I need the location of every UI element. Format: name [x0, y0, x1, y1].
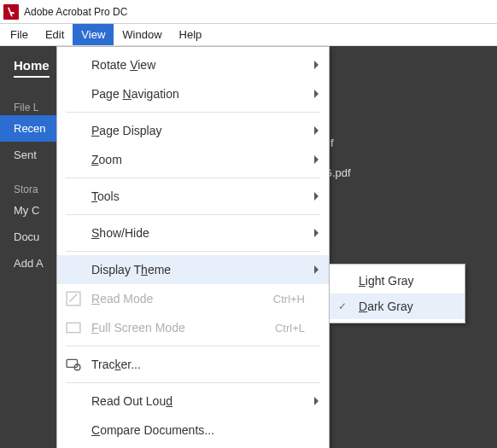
menu-item-label: Light Gray — [359, 274, 414, 288]
display-theme-submenu: Light Gray ✓ Dark Gray — [329, 264, 465, 323]
menu-item-show-hide[interactable]: Show/Hide — [57, 218, 329, 247]
menu-item-label: Rotate View — [91, 58, 155, 72]
menu-separator — [66, 346, 320, 346]
svg-rect-1 — [67, 323, 80, 332]
check-icon: ✓ — [338, 300, 347, 312]
menu-file[interactable]: File — [2, 24, 37, 45]
svg-rect-2 — [67, 359, 77, 367]
menu-shortcut: Ctrl+H — [273, 293, 305, 305]
menu-separator — [66, 251, 320, 252]
menu-item-label: Dark Gray — [359, 300, 413, 313]
menu-item-full-screen: Full Screen Mode Ctrl+L — [57, 313, 329, 342]
menu-separator — [66, 112, 320, 113]
menu-item-label: Zoom — [91, 153, 122, 166]
menu-item-label: Read Out Loud — [91, 394, 172, 408]
menu-item-tools[interactable]: Tools — [57, 182, 329, 211]
menu-item-tracker[interactable]: Tracker... — [57, 350, 329, 379]
menu-view[interactable]: View — [73, 24, 114, 45]
menu-item-label: Show/Hide — [91, 226, 149, 240]
menu-item-rotate-view[interactable]: Rotate View — [57, 50, 329, 79]
menu-item-page-display[interactable]: Page Display — [57, 116, 329, 145]
menu-item-compare-documents[interactable]: Compare Documents... — [57, 416, 329, 445]
menu-window[interactable]: Window — [114, 24, 170, 45]
tracker-icon — [66, 357, 81, 372]
menu-item-label: Display Theme — [91, 263, 171, 276]
menu-separator — [66, 382, 320, 383]
svg-rect-0 — [67, 292, 80, 305]
menubar: File Edit View Window Help — [0, 24, 497, 46]
menu-item-display-theme[interactable]: Display Theme — [57, 255, 329, 284]
menu-item-label: Page Navigation — [91, 87, 179, 101]
sidebar-home-label: Home — [14, 58, 50, 78]
menu-item-page-navigation[interactable]: Page Navigation — [57, 79, 329, 108]
menu-item-label: Full Screen Mode — [91, 321, 185, 335]
menu-item-read-out-loud[interactable]: Read Out Loud — [57, 387, 329, 416]
view-menu-dropdown: Rotate View Page Navigation Page Display… — [56, 46, 330, 448]
theme-option-light-gray[interactable]: Light Gray — [330, 268, 465, 294]
theme-option-dark-gray[interactable]: ✓ Dark Gray — [330, 294, 465, 319]
menu-shortcut: Ctrl+L — [275, 322, 305, 335]
app-title: Adobe Acrobat Pro DC — [24, 6, 127, 18]
fullscreen-icon — [66, 320, 81, 335]
readmode-icon — [66, 291, 81, 306]
menu-separator — [66, 177, 320, 178]
menu-separator — [66, 214, 320, 215]
menu-item-label: Tools — [91, 189, 120, 203]
menu-item-label: Compare Documents... — [91, 423, 214, 437]
menu-item-label: Read Mode — [91, 292, 153, 305]
menu-help[interactable]: Help — [171, 24, 211, 45]
menu-item-zoom[interactable]: Zoom — [57, 145, 329, 174]
app-icon — [3, 4, 19, 20]
menu-item-label: Tracker... — [91, 358, 141, 371]
menu-edit[interactable]: Edit — [37, 24, 73, 45]
menu-item-read-mode: Read Mode Ctrl+H — [57, 284, 329, 313]
menu-item-label: Page Display — [91, 124, 162, 137]
titlebar: Adobe Acrobat Pro DC — [0, 0, 497, 24]
workspace: Home File L Recen Sent Stora My C Docu A… — [0, 46, 497, 448]
